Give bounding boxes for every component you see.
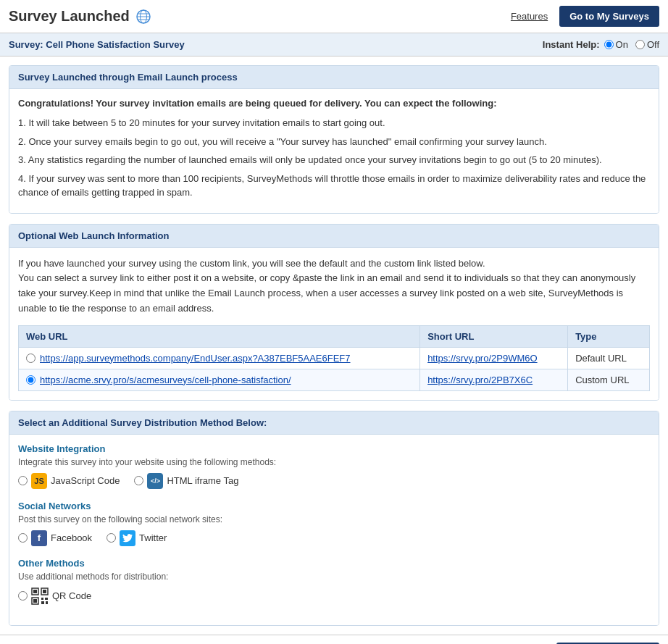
svg-rect-14 <box>46 601 48 604</box>
social-networks-desc: Post this survey on the following social… <box>18 514 650 524</box>
list-item: 3. Any statistics regarding the number o… <box>18 153 650 167</box>
social-networks-options: f Facebook Twitter <box>18 530 650 546</box>
instant-help-container: Instant Help: On Off <box>543 39 659 50</box>
instant-help-on-label[interactable]: On <box>604 39 628 50</box>
page-footer: Go to My Surveys <box>0 635 668 644</box>
js-code-option: JS JavaScript Code <box>18 473 120 489</box>
svg-rect-12 <box>45 598 48 600</box>
web-url-link-2[interactable]: https://acme.srvy.pro/s/acmesurveys/cell… <box>40 375 291 385</box>
other-methods-group: Other Methods Use additional methods for… <box>18 558 650 605</box>
col-web-url: Web URL <box>19 325 420 347</box>
url-cell-radio-1: https://app.surveymethods.company/EndUse… <box>26 353 412 364</box>
table-row: https://acme.srvy.pro/s/acmesurveys/cell… <box>19 369 650 390</box>
survey-name: Cell Phone Satisfaction Survey <box>46 39 184 50</box>
table-header-row: Web URL Short URL Type <box>19 325 650 347</box>
facebook-radio[interactable] <box>18 533 28 543</box>
table-row: https://app.surveymethods.company/EndUse… <box>19 347 650 369</box>
url-cell-radio-2: https://acme.srvy.pro/s/acmesurveys/cell… <box>26 375 412 385</box>
url-row-1-web: https://app.surveymethods.company/EndUse… <box>19 347 420 369</box>
twitter-option: Twitter <box>107 530 167 546</box>
distribution-section: Select an Additional Survey Distribution… <box>9 411 659 626</box>
short-url-link-2[interactable]: https://srvy.pro/2PB7X6C <box>427 375 533 385</box>
qr-code-option: QR Code <box>18 587 91 605</box>
js-icon: JS <box>31 473 47 489</box>
url-radio-2[interactable] <box>26 375 36 385</box>
twitter-label: Twitter <box>139 532 167 543</box>
website-integration-group: Website Integration Integrate this surve… <box>18 443 650 489</box>
twitter-radio[interactable] <box>107 533 116 543</box>
website-integration-title: Website Integration <box>18 443 650 454</box>
email-launch-header: Survey Launched through Email Launch pro… <box>9 66 659 89</box>
instant-help-label: Instant Help: <box>543 39 600 50</box>
email-launch-body: Congratulations! Your survey invitation … <box>9 89 659 213</box>
url-radio-1[interactable] <box>26 354 36 363</box>
instant-help-off-text: Off <box>647 39 659 50</box>
steps-list: 1. It will take between 5 to 20 minutes … <box>18 116 650 200</box>
distribution-header: Select an Additional Survey Distribution… <box>9 411 659 435</box>
web-launch-body: If you have launched your survey using t… <box>9 248 659 400</box>
globe-icon <box>135 9 151 25</box>
features-link[interactable]: Features <box>511 11 548 22</box>
qr-icon <box>31 587 49 605</box>
congrats-text: Congratulations! Your survey invitation … <box>18 98 650 109</box>
web-url-link-1[interactable]: https://app.surveymethods.company/EndUse… <box>40 353 351 364</box>
website-integration-desc: Integrate this survey into your website … <box>18 457 650 467</box>
html-iframe-label: HTML iframe Tag <box>167 475 238 486</box>
header-left: Survey Launched <box>9 8 151 25</box>
svg-rect-6 <box>33 590 37 593</box>
main-content: Survey Launched through Email Launch pro… <box>0 57 668 635</box>
svg-rect-11 <box>41 598 43 600</box>
html-iframe-radio[interactable] <box>134 476 143 485</box>
html-icon: </> <box>147 473 163 489</box>
distribution-body: Website Integration Integrate this surve… <box>9 435 659 625</box>
other-methods-options: QR Code <box>18 587 650 605</box>
svg-rect-13 <box>41 601 44 604</box>
instant-help-on-text: On <box>616 39 628 50</box>
url-row-2-type: Custom URL <box>568 369 650 390</box>
instant-help-off-radio[interactable] <box>635 40 645 49</box>
short-url-link-1[interactable]: https://srvy.pro/2P9WM6O <box>427 353 537 364</box>
web-launch-desc: If you have launched your survey using t… <box>18 256 650 317</box>
web-launch-line2: You can select a survey link to either p… <box>18 272 635 314</box>
social-networks-title: Social Networks <box>18 501 650 511</box>
survey-label: Survey: Cell Phone Satisfaction Survey <box>9 39 185 50</box>
col-short-url: Short URL <box>420 325 568 347</box>
instant-help-off-label[interactable]: Off <box>635 39 659 50</box>
web-launch-line1: If you have launched your survey using t… <box>18 258 485 269</box>
other-methods-title: Other Methods <box>18 558 650 569</box>
page-header: Survey Launched Features Go to My Survey… <box>0 0 668 33</box>
instant-help-radio-group: On Off <box>604 39 659 50</box>
survey-name-container: Survey: Cell Phone Satisfaction Survey <box>9 39 185 50</box>
social-networks-group: Social Networks Post this survey on the … <box>18 501 650 546</box>
js-code-radio[interactable] <box>18 476 28 485</box>
go-to-surveys-button-top[interactable]: Go to My Surveys <box>559 6 659 27</box>
svg-rect-8 <box>43 590 46 593</box>
list-item: 1. It will take between 5 to 20 minutes … <box>18 116 650 130</box>
list-item: 2. Once your survey emails begin to go o… <box>18 135 650 149</box>
facebook-option: f Facebook <box>18 530 92 546</box>
email-launch-section: Survey Launched through Email Launch pro… <box>9 65 659 214</box>
url-row-1-type: Default URL <box>568 347 650 369</box>
web-launch-section: Optional Web Launch Information If you h… <box>9 224 659 401</box>
list-item: 4. If your survey was sent to more than … <box>18 172 650 200</box>
sub-header: Survey: Cell Phone Satisfaction Survey I… <box>0 33 668 57</box>
facebook-icon: f <box>31 530 47 546</box>
instant-help-on-radio[interactable] <box>604 40 614 49</box>
url-row-2-web: https://acme.srvy.pro/s/acmesurveys/cell… <box>19 369 420 390</box>
other-methods-desc: Use additional methods for distribution: <box>18 572 650 582</box>
website-integration-options: JS JavaScript Code </> HTML iframe Tag <box>18 473 650 489</box>
html-iframe-option: </> HTML iframe Tag <box>134 473 238 489</box>
url-row-2-short: https://srvy.pro/2PB7X6C <box>420 369 568 390</box>
url-row-1-short: https://srvy.pro/2P9WM6O <box>420 347 568 369</box>
js-code-label: JavaScript Code <box>51 475 120 486</box>
col-type: Type <box>568 325 650 347</box>
page-title: Survey Launched <box>9 8 130 25</box>
url-table: Web URL Short URL Type https://app.surve… <box>18 325 650 391</box>
web-launch-header: Optional Web Launch Information <box>9 225 659 248</box>
header-right: Features Go to My Surveys <box>511 6 659 27</box>
svg-rect-10 <box>33 599 37 603</box>
facebook-label: Facebook <box>51 532 92 543</box>
qr-code-radio[interactable] <box>18 591 28 601</box>
twitter-icon <box>120 530 135 546</box>
qr-code-label: QR Code <box>52 590 91 601</box>
